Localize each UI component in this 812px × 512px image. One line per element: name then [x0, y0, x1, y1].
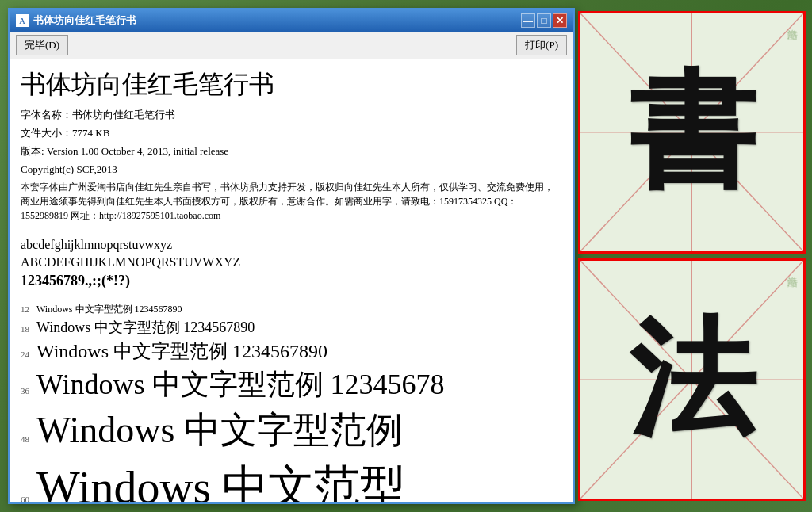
calligraphy-box-1: 書 站酷海洛	[578, 11, 806, 254]
sample-36: 36 Windows 中文字型范例 12345678	[21, 365, 562, 404]
calligraphy-panel: 書 站酷海洛 法 站酷海洛	[575, 8, 809, 504]
sample-18: 18 Windows 中文字型范例 1234567890	[21, 318, 562, 337]
window-title: 书体坊向佳红毛笔行书	[33, 13, 521, 28]
print-button[interactable]: 打印(P)	[516, 35, 567, 55]
sample-48: 48 Windows 中文字型范例	[21, 406, 562, 455]
divider-2	[21, 296, 562, 296]
toolbar: 完毕(D) 打印(P)	[10, 32, 573, 59]
restore-button[interactable]: □	[537, 13, 551, 28]
main-content[interactable]: 书体坊向佳红毛笔行书 字体名称：书体坊向佳红毛笔行书 文件大小：7774 KB …	[10, 59, 573, 502]
info-version: 版本: Version 1.00 October 4, 2013, initia…	[21, 143, 562, 160]
numbers-row: 123456789.,:;(*!?)	[21, 273, 562, 289]
uppercase-row: ABCDEFGHIJKLMNOPQRSTUVWXYZ	[21, 255, 562, 269]
close-button[interactable]: ✕	[553, 13, 567, 28]
title-bar: A 书体坊向佳红毛笔行书 — □ ✕	[10, 10, 573, 32]
content-area: 书体坊向佳红毛笔行书 字体名称：书体坊向佳红毛笔行书 文件大小：7774 KB …	[10, 59, 573, 502]
minimize-button[interactable]: —	[521, 13, 535, 28]
lowercase-row: abcdefghijklmnopqrstuvwxyz	[21, 238, 562, 252]
divider-1	[21, 231, 562, 231]
calligraphy-char-1: 書	[629, 69, 756, 196]
font-preview-window: A 书体坊向佳红毛笔行书 — □ ✕ 完毕(D) 打印(P) 书体坊向佳红毛笔行…	[8, 8, 575, 504]
info-desc: 本套字体由广州爱淘书店向佳红先生亲自书写，书体坊鼎力支持开发，版权归向佳红先生本…	[21, 180, 562, 223]
calligraphy-char-2: 法	[629, 316, 756, 443]
font-info: 字体名称：书体坊向佳红毛笔行书 文件大小：7774 KB 版本: Version…	[21, 107, 562, 222]
window-controls: — □ ✕	[521, 13, 567, 28]
sample-12: 12 Windows 中文字型范例 1234567890	[21, 303, 562, 316]
info-size: 文件大小：7774 KB	[21, 125, 562, 142]
sample-60: 60 Windows 中文范型	[21, 457, 562, 502]
font-title: 书体坊向佳红毛笔行书	[21, 69, 562, 99]
window-icon: A	[16, 14, 29, 27]
info-copyright: Copyright(c) SCF,2013	[21, 162, 562, 178]
sample-24: 24 Windows 中文字型范例 1234567890	[21, 338, 562, 364]
info-name: 字体名称：书体坊向佳红毛笔行书	[21, 107, 562, 124]
calligraphy-box-2: 法 站酷海洛	[578, 258, 806, 501]
done-button[interactable]: 完毕(D)	[16, 35, 68, 55]
